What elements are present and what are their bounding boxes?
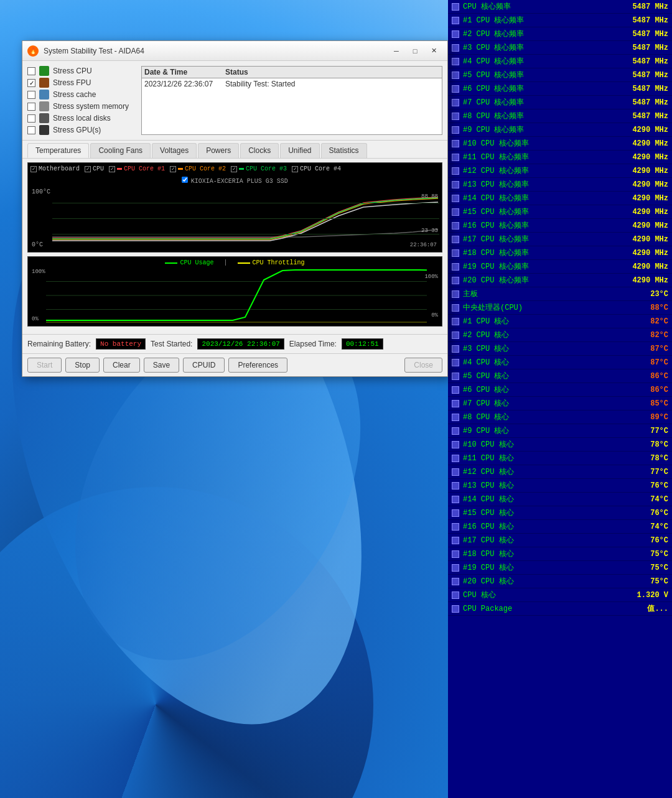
legend-cb-core1[interactable] xyxy=(109,166,115,172)
sensor-label-32: #10 CPU 核心 xyxy=(463,439,650,450)
legend-dot-core2 xyxy=(178,168,183,170)
sensor-icon-40 xyxy=(452,550,459,558)
sensor-label-29: #7 CPU 核心 xyxy=(463,398,650,409)
sensor-icon-34 xyxy=(452,468,459,476)
sensor-value-43: 1.320 V xyxy=(637,591,668,600)
cpuid-button[interactable]: CPUID xyxy=(183,358,225,373)
sensor-value-36: 74°C xyxy=(650,495,668,504)
clear-button[interactable]: Clear xyxy=(103,358,140,373)
stop-button[interactable]: Stop xyxy=(65,358,100,373)
bottom-bar: Remaining Battery: No battery Test Start… xyxy=(22,334,447,353)
sensor-label-27: #5 CPU 核心 xyxy=(463,371,650,381)
legend-cb-cpu[interactable] xyxy=(85,166,91,172)
sensor-icon-10 xyxy=(452,140,459,147)
sensor-value-22: 88°C xyxy=(650,304,668,312)
log-row: 2023/12/26 22:36:07 Stability Test: Star… xyxy=(142,78,442,90)
sensor-value-40: 75°C xyxy=(650,550,668,559)
sensor-value-7: 5487 MHz xyxy=(632,98,668,107)
checkbox-gpus[interactable] xyxy=(27,126,35,134)
sensor-row-30: #8 CPU 核心89°C xyxy=(448,411,672,424)
temp-chart-area: 88 88 23 33 22:36:07 xyxy=(52,187,439,249)
stress-label-fpu: Stress FPU xyxy=(53,78,91,87)
sensor-label-6: #6 CPU 核心频率 xyxy=(463,83,632,94)
save-button[interactable]: Save xyxy=(144,358,179,373)
legend-cb-motherboard[interactable] xyxy=(30,166,37,172)
maximize-button[interactable]: □ xyxy=(406,45,424,57)
sensor-value-37: 76°C xyxy=(650,509,668,517)
sensor-label-18: #18 CPU 核心频率 xyxy=(463,248,632,258)
sensor-icon-29 xyxy=(452,400,459,407)
checkbox-cpu[interactable] xyxy=(27,67,35,75)
sensor-row-35: #13 CPU 核心76°C xyxy=(448,479,672,493)
sensor-row-37: #15 CPU 核心76°C xyxy=(448,506,672,520)
legend-cb-core2[interactable] xyxy=(170,166,176,172)
kioxia-checkbox[interactable] xyxy=(182,177,188,183)
sensor-icon-26 xyxy=(452,359,459,366)
tab-temperatures[interactable]: Temperatures xyxy=(27,143,89,158)
start-button[interactable]: Start xyxy=(27,358,62,373)
stress-icon-memory xyxy=(39,101,49,111)
stress-label-gpus: Stress GPU(s) xyxy=(53,126,101,134)
charts-area: Motherboard CPU CPU Core #1 CPU Core #2 xyxy=(22,159,447,334)
sensor-row-38: #16 CPU 核心74°C xyxy=(448,520,672,534)
sensor-row-2: #2 CPU 核心频率5487 MHz xyxy=(448,27,672,41)
sensor-row-24: #2 CPU 核心82°C xyxy=(448,328,672,342)
legend-cb-core3[interactable] xyxy=(231,166,237,172)
stress-label-cpu: Stress CPU xyxy=(53,67,92,75)
cpu-throttling-label: CPU Throttling xyxy=(253,259,305,266)
sensor-row-9: #9 CPU 核心频率4290 MHz xyxy=(448,123,672,137)
sensor-row-41: #19 CPU 核心75°C xyxy=(448,561,672,575)
sensor-row-14: #14 CPU 核心频率4290 MHz xyxy=(448,192,672,205)
sensor-icon-21 xyxy=(452,290,459,298)
tab-clocks[interactable]: Clocks xyxy=(240,143,279,158)
sensor-label-23: #1 CPU 核心 xyxy=(463,316,650,327)
stress-item-cache: Stress cache xyxy=(27,90,136,100)
tab-cooling-fans[interactable]: Cooling Fans xyxy=(90,143,151,158)
sensor-row-6: #6 CPU 核心频率5487 MHz xyxy=(448,82,672,96)
checkbox-cache[interactable] xyxy=(27,91,35,99)
stress-icon-disks xyxy=(39,113,49,123)
sensor-row-21: 主板23°C xyxy=(448,287,672,301)
sensor-icon-43 xyxy=(452,592,459,599)
sensor-label-2: #2 CPU 核心频率 xyxy=(463,29,632,39)
minimize-button[interactable]: ─ xyxy=(388,45,405,57)
sensor-value-28: 86°C xyxy=(650,386,668,394)
tab-statistics[interactable]: Statistics xyxy=(321,143,367,158)
elapsed-value: 00:12:51 xyxy=(342,338,383,350)
sensor-value-3: 5487 MHz xyxy=(632,44,668,52)
sensor-panel: CPU 核心频率5487 MHz#1 CPU 核心频率5487 MHz#2 CP… xyxy=(448,0,672,798)
sensor-row-15: #15 CPU 核心频率4290 MHz xyxy=(448,205,672,219)
tab-unified[interactable]: Unified xyxy=(280,143,319,158)
checkbox-memory[interactable] xyxy=(27,103,35,111)
log-header: Date & Time Status xyxy=(142,67,442,78)
sensor-label-3: #3 CPU 核心频率 xyxy=(463,42,632,53)
preferences-button[interactable]: Preferences xyxy=(228,358,287,373)
sensor-row-19: #19 CPU 核心频率4290 MHz xyxy=(448,260,672,274)
legend-cb-core4[interactable] xyxy=(292,166,298,172)
sensor-label-20: #20 CPU 核心频率 xyxy=(463,275,632,285)
checkbox-fpu[interactable] xyxy=(27,79,35,87)
close-button[interactable]: Close xyxy=(404,358,442,373)
tab-powers[interactable]: Powers xyxy=(198,143,239,158)
sensor-icon-42 xyxy=(452,578,459,585)
sensor-icon-30 xyxy=(452,414,459,421)
close-window-button[interactable]: ✕ xyxy=(425,45,442,57)
cpu-usage-legend: CPU Usage xyxy=(165,259,213,266)
sensor-icon-33 xyxy=(452,455,459,462)
sensor-icon-25 xyxy=(452,345,459,353)
sensor-value-23: 82°C xyxy=(650,317,668,326)
checkbox-disks[interactable] xyxy=(27,114,35,123)
sensor-label-13: #13 CPU 核心频率 xyxy=(463,179,632,190)
sensor-value-12: 4290 MHz xyxy=(632,167,668,175)
kioxia-label: KIOXIA-EXCERIA PLUS G3 SSD xyxy=(191,178,288,185)
sensor-row-31: #9 CPU 核心77°C xyxy=(448,424,672,438)
sensor-label-35: #13 CPU 核心 xyxy=(463,480,650,491)
sensor-icon-24 xyxy=(452,332,459,339)
title-bar: 🔥 System Stability Test - AIDA64 ─ □ ✕ xyxy=(22,41,447,61)
tab-voltages[interactable]: Voltages xyxy=(152,143,197,158)
sensor-row-26: #4 CPU 核心87°C xyxy=(448,356,672,369)
sensor-value-10: 4290 MHz xyxy=(632,139,668,148)
sensor-value-27: 86°C xyxy=(650,372,668,381)
sensor-label-10: #10 CPU 核心频率 xyxy=(463,138,632,149)
battery-label: Remaining Battery: xyxy=(27,340,91,348)
